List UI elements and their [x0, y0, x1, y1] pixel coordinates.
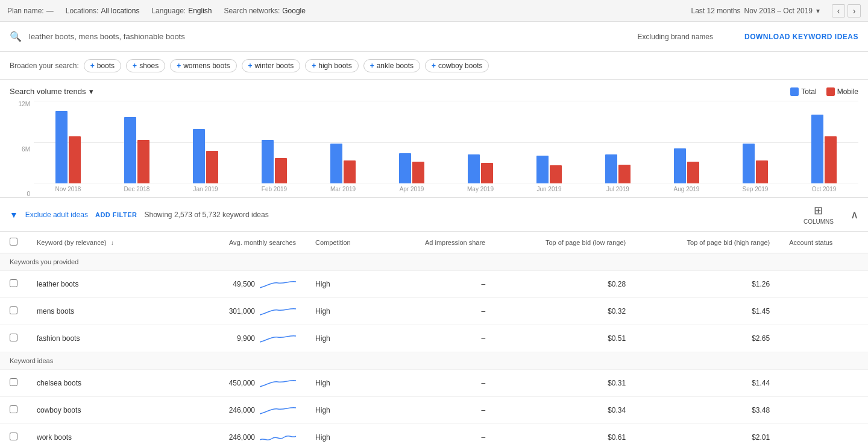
- avg-monthly-cell: 246,000: [184, 397, 306, 423]
- prev-arrow[interactable]: ‹: [832, 4, 845, 17]
- chart-title[interactable]: Search volume trends ▾: [10, 87, 93, 96]
- x-label: Sep 2019: [721, 186, 790, 192]
- chip-label-cowboy-boots: cowboy boots: [438, 62, 482, 70]
- account-status-cell: [779, 298, 868, 325]
- header-keyword[interactable]: Keyword (by relevance) ↓: [27, 232, 184, 253]
- exclude-adult-link[interactable]: Exclude adult ideas: [25, 211, 88, 219]
- row-checkbox[interactable]: [10, 405, 17, 413]
- filter-icon: ▼: [10, 210, 18, 220]
- account-status-cell: [779, 424, 868, 445]
- legend-mobile: Mobile: [826, 87, 858, 96]
- x-label: May 2019: [446, 186, 515, 192]
- chart-bars-area: Nov 2018Dec 2018Jan 2019Feb 2019Mar 2019…: [34, 101, 858, 197]
- top-navigation: Plan name: — Locations: All locations La…: [0, 0, 868, 22]
- bar-mobile: [618, 165, 631, 183]
- row-checkbox[interactable]: [10, 334, 17, 341]
- avg-monthly-cell: 9,900: [184, 325, 306, 352]
- chip-label-high-boots: high boots: [318, 62, 351, 70]
- bar-total: [536, 156, 549, 183]
- x-label: Dec 2018: [102, 186, 171, 192]
- top-bid-high-cell: $1.45: [635, 298, 779, 325]
- bar-group: [721, 144, 790, 183]
- bar-mobile: [687, 162, 699, 183]
- next-arrow[interactable]: ›: [848, 4, 861, 17]
- columns-button[interactable]: ⊞ COLUMNS: [804, 204, 834, 225]
- bar-group: [171, 129, 240, 183]
- chip-boots[interactable]: + boots: [84, 59, 121, 72]
- row-checkbox[interactable]: [10, 433, 17, 440]
- header-top-bid-low[interactable]: Top of page bid (low range): [495, 232, 635, 253]
- ad-impression-cell: –: [383, 424, 495, 445]
- header-top-bid-high[interactable]: Top of page bid (high range): [635, 232, 779, 253]
- chip-ankle-boots[interactable]: + ankle boots: [363, 59, 420, 72]
- row-checkbox[interactable]: [10, 279, 17, 287]
- bar-group: [309, 144, 377, 183]
- competition-cell: High: [306, 271, 383, 298]
- date-range[interactable]: Last 12 months Nov 2018 – Oct 2019 ▾: [691, 7, 820, 15]
- row-checkbox[interactable]: [10, 378, 17, 386]
- chart-dropdown-icon: ▾: [89, 87, 93, 96]
- header-competition[interactable]: Competition: [306, 232, 383, 253]
- collapse-button[interactable]: ∧: [851, 208, 858, 221]
- locations-label: Locations:: [66, 7, 99, 15]
- bar-total: [811, 115, 823, 183]
- search-icon: 🔍: [10, 31, 22, 42]
- add-filter-button[interactable]: ADD FILTER: [95, 211, 137, 218]
- chart-container: 12M 6M 0 Nov 2018Dec 2018Jan 2019Feb 201…: [10, 101, 858, 197]
- columns-label: COLUMNS: [804, 218, 834, 225]
- download-keyword-ideas-button[interactable]: DOWNLOAD KEYWORD IDEAS: [744, 33, 858, 41]
- nav-arrows[interactable]: ‹ ›: [832, 4, 861, 17]
- header-avg-monthly[interactable]: Avg. monthly searches: [184, 232, 306, 253]
- top-bid-high-cell: $2.01: [635, 424, 779, 445]
- chip-label-shoes: shoes: [139, 62, 159, 70]
- x-label: Jan 2019: [171, 186, 240, 192]
- header-checkbox[interactable]: [0, 232, 27, 253]
- chip-womens-boots[interactable]: + womens boots: [170, 59, 236, 72]
- chip-cowboy-boots[interactable]: + cowboy boots: [425, 59, 489, 72]
- table-header: Keyword (by relevance) ↓ Avg. monthly se…: [0, 232, 868, 253]
- bar-group: [790, 115, 858, 183]
- account-status-cell: [779, 370, 868, 397]
- top-bid-low-cell: $0.61: [495, 424, 635, 445]
- avg-monthly-cell: 49,500: [184, 271, 306, 297]
- language: Language: English: [151, 7, 212, 15]
- keyword-cell: mens boots: [27, 298, 184, 325]
- table-section-header: Keyword ideas: [0, 352, 868, 370]
- plus-icon-winter-boots: +: [248, 62, 253, 70]
- avg-monthly-cell: 246,000: [184, 424, 306, 444]
- table-body: Keywords you providedleather boots49,500…: [0, 253, 868, 445]
- plan-value: —: [46, 7, 54, 15]
- keyword-cell: leather boots: [27, 271, 184, 298]
- locations: Locations: All locations: [66, 7, 140, 15]
- header-account-status[interactable]: Account status: [779, 232, 868, 253]
- chart-section: Search volume trends ▾ Total Mobile 12M …: [0, 80, 868, 198]
- chip-shoes[interactable]: + shoes: [126, 59, 165, 72]
- bar-group: [652, 148, 721, 183]
- search-bar: 🔍 Excluding brand names DOWNLOAD KEYWORD…: [0, 22, 868, 52]
- chart-legend: Total Mobile: [790, 87, 858, 96]
- row-checkbox[interactable]: [10, 306, 17, 314]
- bar-group: [446, 154, 515, 183]
- select-all-checkbox[interactable]: [10, 238, 17, 246]
- keyword-cell: fashion boots: [27, 325, 184, 352]
- top-bid-high-cell: $3.48: [635, 397, 779, 424]
- ad-impression-cell: –: [383, 271, 495, 298]
- bar-group: [515, 156, 583, 183]
- keyword-cell: cowboy boots: [27, 397, 184, 424]
- top-bid-low-cell: $0.34: [495, 397, 635, 424]
- top-bid-high-cell: $1.26: [635, 271, 779, 298]
- bar-total: [262, 140, 274, 183]
- plus-icon-high-boots: +: [312, 62, 316, 70]
- date-range-value: Nov 2018 – Oct 2019: [744, 7, 813, 15]
- chip-winter-boots[interactable]: + winter boots: [242, 59, 301, 72]
- header-ad-impression[interactable]: Ad impression share: [383, 232, 495, 253]
- chip-high-boots[interactable]: + high boots: [305, 59, 358, 72]
- account-status-cell: [779, 271, 868, 298]
- chip-label-winter-boots: winter boots: [255, 62, 294, 70]
- broaden-label: Broaden your search:: [10, 62, 79, 70]
- search-input[interactable]: [29, 32, 631, 41]
- language-value: English: [188, 7, 212, 15]
- bars-row: [34, 111, 858, 183]
- account-status-cell: [779, 325, 868, 352]
- chart-grid: [34, 101, 858, 183]
